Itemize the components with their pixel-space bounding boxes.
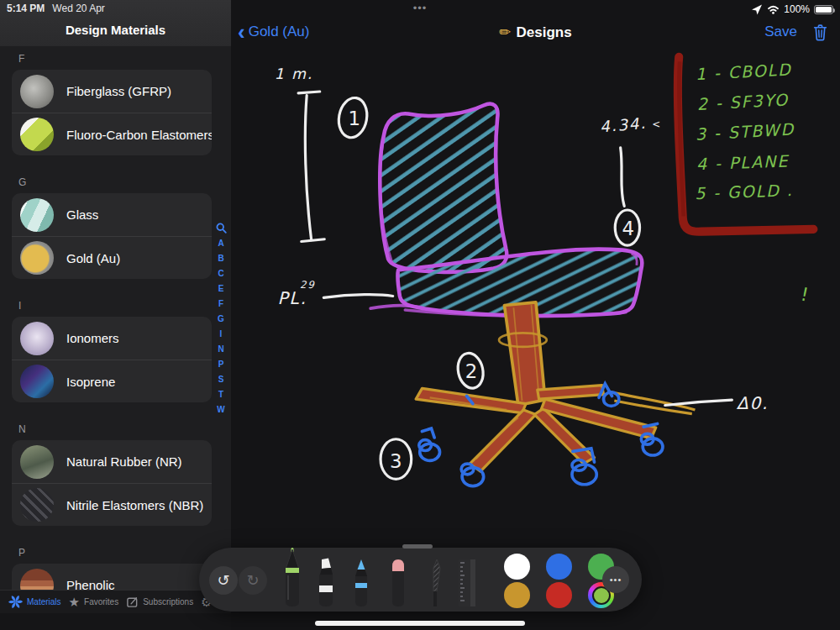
app-screen: ••• 100% ‹ Gold (Au) ✏Designs Save <box>0 0 840 630</box>
index-letter[interactable]: C <box>218 268 223 279</box>
trash-button[interactable] <box>812 24 828 41</box>
alphabet-index: A B C E F G I N P S T W <box>214 223 228 415</box>
navigation-bar: ‹ Gold (Au) ✏Designs Save <box>231 18 840 45</box>
index-letter[interactable]: T <box>218 389 223 400</box>
redo-button[interactable]: ↻ <box>239 566 267 595</box>
section-card: Ionomers Isoprene <box>12 317 212 402</box>
color-swatch-gold[interactable] <box>504 582 530 608</box>
color-swatch-blue[interactable] <box>546 554 572 580</box>
svg-text:2: 2 <box>465 360 478 382</box>
material-thumbnail <box>20 75 54 108</box>
list-item-gold[interactable]: Gold (Au) <box>12 236 212 279</box>
list-item-glass[interactable]: Glass <box>12 193 212 236</box>
svg-text:2 - SF3YO: 2 - SF3YO <box>696 90 789 114</box>
ruler-tool[interactable] <box>456 558 478 610</box>
svg-text:1 - CBOLD: 1 - CBOLD <box>695 60 792 84</box>
back-chevron-icon: ‹ <box>238 24 245 40</box>
list-item-ionomers[interactable]: Ionomers <box>12 317 212 360</box>
index-letter[interactable]: A <box>218 238 223 249</box>
toolbar-drag-handle[interactable] <box>402 544 433 549</box>
eraser-tool[interactable] <box>387 558 409 610</box>
list-item-fluoro-carbon[interactable]: Fluoro-Carbon Elastomers <box>12 113 212 155</box>
svg-text:29: 29 <box>300 279 316 291</box>
material-thumbnail <box>20 569 54 591</box>
tab-subscriptions[interactable]: Subscriptions <box>126 596 193 608</box>
compose-icon <box>126 596 139 608</box>
svg-text:1: 1 <box>349 108 361 129</box>
section-letter: I <box>18 300 231 312</box>
material-thumbnail <box>20 488 54 522</box>
sidebar-tab-bar: Materials ★ Favorites Subscriptions ⚙ Se <box>0 590 231 613</box>
status-time-date: 5:14 PM Wed 20 Apr <box>7 3 105 14</box>
multitasking-dots-icon[interactable]: ••• <box>409 2 431 14</box>
lasso-tool[interactable] <box>424 558 446 610</box>
section-letter: P <box>18 547 231 559</box>
material-thumbnail <box>20 365 54 398</box>
save-button[interactable]: Save <box>764 24 797 40</box>
sidebar-header: 5:14 PM Wed 20 Apr Design Materials <box>0 0 231 46</box>
sketch-drawing-canvas[interactable]: 1 - CBOLD 2 - SF3YO 3 - STBWD 4 - PLANE … <box>231 46 840 546</box>
back-button-label: Gold (Au) <box>249 24 310 40</box>
svg-text:4 - PLANE: 4 - PLANE <box>696 152 790 175</box>
marker-tool[interactable] <box>315 558 337 610</box>
list-item-natural-rubber[interactable]: Natural Rubber (NR) <box>12 440 212 483</box>
clock-date: Wed 20 Apr <box>52 3 104 14</box>
material-thumbnail <box>20 198 54 232</box>
pencil-emoji-icon: ✏ <box>499 24 511 40</box>
section-card: Phenolic <box>12 564 212 590</box>
list-item-fiberglass[interactable]: Fiberglass (GFRP) <box>12 70 212 113</box>
materials-sidebar: 5:14 PM Wed 20 Apr Design Materials F Fi… <box>0 0 231 613</box>
undo-button[interactable]: ↺ <box>209 566 238 595</box>
pencilkit-toolbar: ↺ ↻ <box>199 548 642 612</box>
pen-tool[interactable] <box>281 548 303 610</box>
index-letter[interactable]: F <box>218 298 223 309</box>
tab-materials[interactable]: Materials <box>8 595 61 609</box>
designs-canvas-pane: ••• 100% ‹ Gold (Au) ✏Designs Save <box>231 0 840 630</box>
svg-text:4.34.: 4.34. <box>599 114 647 136</box>
section-letter: G <box>18 176 231 188</box>
chair-back-sketch <box>380 104 507 272</box>
tab-favorites[interactable]: ★ Favorites <box>69 596 119 608</box>
svg-text:Δ0.: Δ0. <box>737 393 769 413</box>
green-notes-list: 1 - CBOLD 2 - SF3YO 3 - STBWD 4 - PLANE … <box>695 60 795 203</box>
svg-text:3 - STBWD: 3 - STBWD <box>695 120 795 144</box>
home-indicator[interactable] <box>315 621 525 626</box>
svg-text:<: < <box>652 118 660 130</box>
section-card: Fiberglass (GFRP) Fluoro-Carbon Elastome… <box>12 70 212 155</box>
index-letter[interactable]: I <box>220 328 223 339</box>
search-icon[interactable] <box>216 223 227 234</box>
index-letter[interactable]: P <box>218 359 224 370</box>
section-letter: F <box>18 53 231 65</box>
page-title: ✏Designs <box>231 24 840 41</box>
star-icon: ★ <box>69 596 80 608</box>
list-item-isoprene[interactable]: Isoprene <box>12 360 212 402</box>
location-arrow-icon <box>751 3 763 15</box>
green-exclamation-mark: ! <box>799 284 811 306</box>
index-letter[interactable]: B <box>218 253 223 264</box>
undo-icon: ↺ <box>217 571 229 590</box>
index-letter[interactable]: S <box>218 374 224 385</box>
section-card: Natural Rubber (NR) Nitrile Elastomers (… <box>12 440 212 526</box>
chair-base-sketch <box>416 386 695 472</box>
redo-icon: ↻ <box>246 571 259 590</box>
index-letter[interactable]: N <box>218 344 223 354</box>
material-thumbnail <box>20 118 54 151</box>
material-thumbnail <box>20 445 54 479</box>
toolbar-more-button[interactable]: ••• <box>602 566 629 593</box>
list-item-phenolic[interactable]: Phenolic <box>12 564 212 590</box>
list-item-nitrile[interactable]: Nitrile Elastomers (NBR) <box>12 483 212 526</box>
svg-text:5 - GOLD .: 5 - GOLD . <box>695 181 794 203</box>
index-letter[interactable]: G <box>218 313 224 324</box>
svg-text:3: 3 <box>390 450 402 472</box>
index-letter[interactable]: W <box>217 404 224 415</box>
color-swatch-white[interactable] <box>504 554 530 580</box>
clock-time: 5:14 PM <box>7 3 45 14</box>
section-letter: N <box>18 423 231 435</box>
index-letter[interactable]: E <box>218 283 224 294</box>
pencil-tool[interactable] <box>350 558 372 610</box>
battery-percent: 100% <box>784 3 810 15</box>
battery-icon <box>814 5 833 14</box>
back-button[interactable]: ‹ Gold (Au) <box>238 24 309 40</box>
wifi-icon <box>767 4 780 14</box>
color-swatch-red[interactable] <box>546 582 572 608</box>
